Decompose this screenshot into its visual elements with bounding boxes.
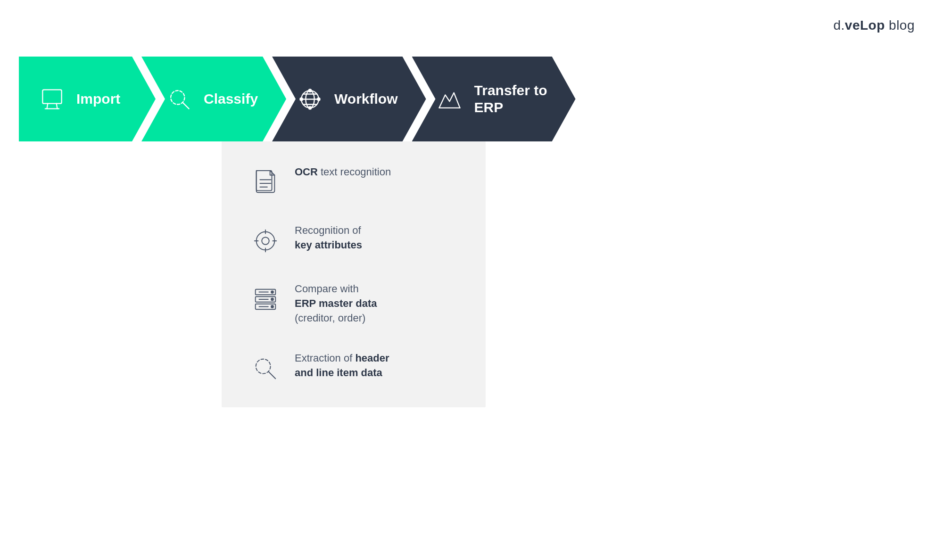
svg-point-13 (308, 107, 311, 109)
network-icon (296, 85, 324, 113)
arrow-workflow-label: Workflow (334, 91, 397, 107)
svg-line-5 (182, 102, 189, 108)
arrow-classify-content: Classify (165, 85, 258, 113)
svg-point-31 (271, 305, 273, 308)
svg-rect-0 (42, 90, 61, 103)
arrow-transfer-content: Transfer toERP (436, 82, 547, 116)
arrow-transfer: Transfer toERP (412, 57, 576, 141)
logo: d.veLop blog (833, 18, 915, 33)
svg-point-12 (317, 98, 320, 100)
svg-line-2 (56, 103, 57, 108)
detail-panel: OCR text recognition Recognition ofkey a… (222, 141, 486, 407)
svg-point-35 (256, 359, 270, 374)
svg-point-11 (308, 89, 311, 92)
arrow-transfer-label: Transfer toERP (474, 82, 547, 116)
pipeline: Import Classify (19, 57, 576, 141)
monitor-icon (38, 85, 66, 113)
detail-text-ocr: OCR text recognition (295, 165, 391, 180)
svg-point-20 (256, 231, 274, 250)
detail-item-extraction: Extraction of headerand line item data (250, 351, 462, 384)
logo-bold: veLop (845, 18, 885, 33)
detail-text-extraction: Extraction of headerand line item data (295, 351, 389, 380)
detail-item-keyattr: Recognition ofkey attributes (250, 223, 462, 256)
arrow-import-label: Import (76, 91, 120, 107)
svg-line-1 (47, 103, 48, 108)
document-icon (250, 167, 281, 198)
search-dashed2-icon (250, 353, 281, 384)
search-dashed-icon (165, 85, 193, 113)
svg-point-14 (300, 98, 303, 100)
detail-text-keyattr: Recognition ofkey attributes (295, 223, 362, 253)
arrow-classify: Classify (141, 57, 286, 141)
crosshair-icon (250, 225, 281, 256)
chart-icon (436, 85, 464, 113)
arrow-import-content: Import (38, 85, 120, 113)
arrow-workflow: Workflow (272, 57, 426, 141)
detail-text-erp: Compare withERP master data(creditor, or… (295, 282, 377, 325)
arrow-classify-label: Classify (204, 91, 258, 107)
detail-item-erp: Compare withERP master data(creditor, or… (250, 282, 462, 325)
arrow-import: Import (19, 57, 156, 141)
server-icon (250, 284, 281, 314)
svg-line-36 (268, 372, 275, 379)
svg-point-30 (271, 298, 273, 300)
detail-item-ocr: OCR text recognition (250, 165, 462, 198)
svg-rect-16 (256, 170, 272, 190)
svg-point-29 (271, 291, 273, 293)
svg-point-21 (262, 237, 269, 244)
arrow-workflow-content: Workflow (296, 85, 397, 113)
